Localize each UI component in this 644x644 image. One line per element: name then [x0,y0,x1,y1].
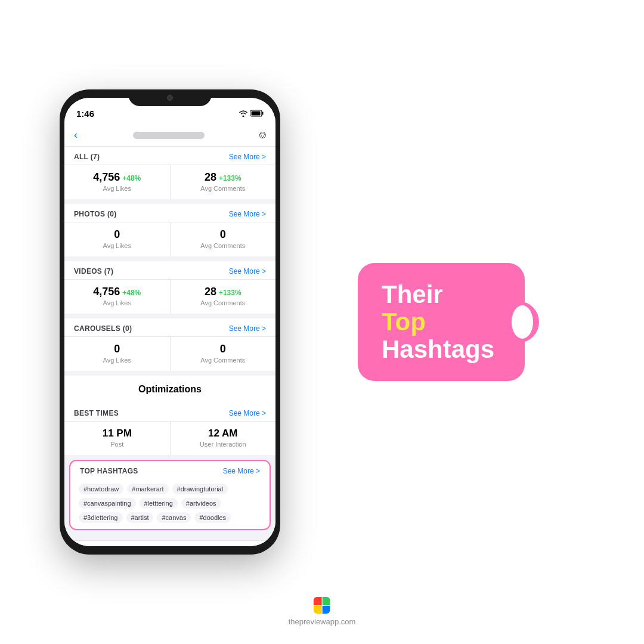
hashtag-row: #howtodraw#markerart#drawingtutorial#can… [70,479,270,529]
section-photos: PHOTOS (0) See More > 0 Avg Likes 0 [64,204,275,256]
svg-rect-2 [252,112,261,116]
hashtag-item[interactable]: #doodles [194,512,231,523]
carousels-likes-value-row: 0 [114,343,120,355]
hashtag-item[interactable]: #markerart [127,484,168,494]
all-comments-change: +133% [219,174,242,182]
section-carousels-header: CAROUSELS (0) See More > [64,318,275,336]
preview-logo [314,597,330,614]
videos-avg-likes-cell: 4,756 +48% Avg Likes [64,280,171,314]
hashtag-item[interactable]: #canvaspainting [79,498,136,509]
optimizations-header: Optimizations [64,376,275,403]
all-comments-label: Avg Comments [200,185,245,192]
footer-text: thepreviewapp.com [289,617,356,626]
section-photos-header: PHOTOS (0) See More > [64,204,275,222]
post-time-value: 11 PM [103,428,132,439]
carousels-stats-row: 0 Avg Likes 0 Avg Comments [64,336,275,371]
camera [167,95,173,101]
page-wrapper: 1:46 ‹ ⎊ [0,0,644,644]
best-times-title: BEST TIMES [74,409,119,417]
all-comments-value-row: 28 +133% [205,171,242,184]
videos-comments-value-row: 28 +133% [205,286,242,298]
best-times-row: 11 PM Post 12 AM User Interaction [64,421,275,455]
wifi-icon [239,110,248,117]
notch [128,89,212,106]
photos-likes-value: 0 [114,228,120,241]
all-likes-value-row: 4,756 +48% [93,171,141,184]
all-likes-change: +48% [122,174,141,182]
label-their: Their [382,281,501,308]
carousels-comments-label: Avg Comments [200,357,245,364]
hashtag-item[interactable]: #drawingtutorial [172,484,228,494]
post-time-cell: 11 PM Post [64,422,171,455]
bookmark-icon[interactable]: ⎊ [259,129,266,141]
videos-comments-label: Avg Comments [200,299,245,306]
top-hashtags-see-more[interactable]: See More > [223,467,260,475]
section-videos-see-more[interactable]: See More > [229,267,266,275]
section-carousels-see-more[interactable]: See More > [229,324,266,333]
section-photos-title: PHOTOS (0) [74,210,116,218]
back-button[interactable]: ‹ [74,129,78,141]
section-all-see-more[interactable]: See More > [229,153,266,161]
svg-rect-1 [262,112,264,115]
carousels-likes-label: Avg Likes [103,357,132,364]
videos-likes-value: 4,756 [93,286,120,298]
photos-likes-label: Avg Likes [103,242,132,249]
best-times-see-more[interactable]: See More > [229,409,266,417]
label-top: Top [382,308,501,336]
section-carousels: CAROUSELS (0) See More > 0 Avg Likes [64,318,275,371]
page-footer: thepreviewapp.com [289,597,356,626]
videos-likes-value-row: 4,756 +48% [93,286,141,298]
header-title [133,132,205,139]
section-all-header: ALL (7) See More > [64,147,275,165]
photos-avg-likes-cell: 0 Avg Likes [64,222,171,256]
carousels-comments-value-row: 0 [220,343,226,355]
all-stats-row: 4,756 +48% Avg Likes 28 +133% Avg Commen… [64,165,275,199]
post-time-label: Post [110,441,123,448]
top-hashtags-title: TOP HASHTAGS [80,467,138,475]
carousels-likes-value: 0 [114,343,120,355]
all-likes-value: 4,756 [93,171,120,184]
section-videos-header: VIDEOS (7) See More > [64,261,275,279]
label-hashtags: Hashtags [382,336,501,363]
hashtag-item[interactable]: #canvas [157,512,191,523]
section-carousels-title: CAROUSELS (0) [74,324,132,333]
bottom-bar [64,540,275,546]
hashtag-item[interactable]: #3dlettering [79,512,123,523]
photos-stats-row: 0 Avg Likes 0 Avg Comments [64,222,275,256]
photos-comments-value-row: 0 [220,228,226,241]
section-videos-title: VIDEOS (7) [74,267,113,275]
videos-likes-label: Avg Likes [103,299,132,306]
interaction-time-label: User Interaction [200,441,246,448]
videos-stats-row: 4,756 +48% Avg Likes 28 +133% Avg Commen… [64,279,275,314]
all-comments-value: 28 [205,171,216,184]
right-panel: Their Top Hashtags [280,239,608,405]
hashtag-item[interactable]: #howtodraw [79,484,123,494]
phone-screen: 1:46 ‹ ⎊ [64,98,275,546]
videos-avg-comments-cell: 28 +133% Avg Comments [171,280,276,314]
label-card-wrapper: Their Top Hashtags [358,263,531,382]
photos-avg-comments-cell: 0 Avg Comments [171,222,276,256]
best-times-header: BEST TIMES See More > [64,403,275,421]
puzzle-hole [512,305,533,339]
section-top-hashtags: TOP HASHTAGS See More > #howtodraw#marke… [69,460,271,530]
all-avg-likes-cell: 4,756 +48% Avg Likes [64,165,171,199]
section-best-times: BEST TIMES See More > 11 PM Post 12 AM U… [64,403,275,455]
videos-comments-value: 28 [205,286,216,298]
carousels-comments-value: 0 [220,343,226,355]
status-icons [239,110,264,117]
logo-q3 [314,606,322,614]
battery-icon [250,110,264,117]
scroll-content[interactable]: ALL (7) See More > 4,756 +48% Avg Likes [64,147,275,540]
section-all-title: ALL (7) [74,153,100,161]
section-photos-see-more[interactable]: See More > [229,210,266,218]
all-likes-label: Avg Likes [103,185,132,192]
videos-likes-change: +48% [122,289,141,297]
interaction-time-cell: 12 AM User Interaction [171,422,276,455]
optimizations-title: Optimizations [138,384,202,394]
hashtag-item[interactable]: #artvideos [181,498,221,509]
hashtag-item[interactable]: #letttering [140,498,178,509]
carousels-avg-comments-cell: 0 Avg Comments [171,337,276,371]
hashtag-item[interactable]: #artist [126,512,154,523]
interaction-time-value: 12 AM [208,428,237,439]
photos-comments-label: Avg Comments [200,242,245,249]
